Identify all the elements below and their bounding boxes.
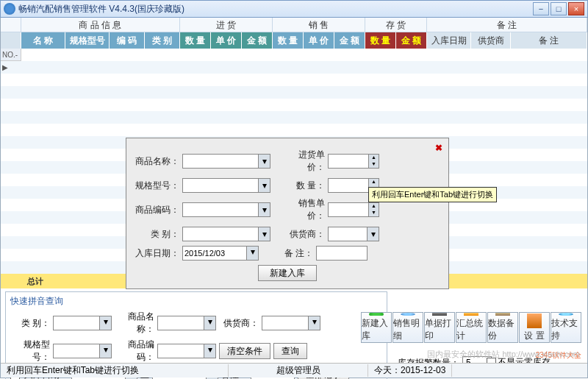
chevron-down-icon[interactable]: ▾ bbox=[258, 203, 270, 216]
group-product: 商 品 信 息 bbox=[21, 18, 180, 32]
spinner-up-icon[interactable]: ▲ bbox=[369, 179, 379, 185]
toolbar-stat-button[interactable]: 汇总统计 bbox=[456, 312, 487, 343]
tooltip: 利用回车Enter键和Tab键进行切换 bbox=[368, 187, 497, 202]
close-button[interactable]: × bbox=[568, 2, 584, 15]
lbl-category: 类 别： bbox=[132, 228, 179, 241]
toolbar-support-button[interactable]: 技术支持 bbox=[551, 312, 581, 343]
col-code[interactable]: 编 码 bbox=[110, 32, 145, 49]
maximize-button[interactable]: □ bbox=[551, 2, 567, 15]
folder-icon bbox=[495, 313, 510, 316]
chevron-down-icon[interactable]: ▾ bbox=[204, 316, 215, 330]
slbl-code: 商品编码： bbox=[115, 339, 154, 364]
search-code[interactable]: ▾ bbox=[157, 344, 216, 358]
input-name[interactable]: ▾ bbox=[182, 154, 270, 169]
input-supplier[interactable]: ▾ bbox=[328, 227, 379, 241]
col-stqty[interactable]: 数 量 bbox=[365, 32, 396, 49]
input-indate[interactable]: 2015/12/03▾ bbox=[182, 246, 259, 261]
lbl-indate: 入库日期： bbox=[132, 247, 179, 260]
col-stamount[interactable]: 金 额 bbox=[396, 32, 427, 49]
group-stock: 存 货 bbox=[365, 18, 427, 32]
chevron-down-icon[interactable]: ▾ bbox=[308, 316, 320, 330]
titlebar: 畅销汽配销售管理软件 V4.4.3(国庆珍藏版) − □ × bbox=[0, 0, 588, 18]
search-name[interactable]: ▾ bbox=[157, 316, 216, 330]
toolbar-new-button[interactable]: 新建入库 bbox=[361, 312, 392, 343]
col-sqty[interactable]: 数 量 bbox=[273, 32, 304, 49]
group-blank bbox=[1, 18, 21, 32]
col-indate[interactable]: 入库日期 bbox=[427, 32, 471, 49]
col-category[interactable]: 类 别 bbox=[145, 32, 180, 49]
dialog-close-icon[interactable]: ✖ bbox=[435, 143, 442, 153]
lbl-sprice: 销售单价： bbox=[282, 197, 325, 222]
lbl-code: 商品编码： bbox=[132, 204, 179, 216]
app-icon bbox=[4, 3, 15, 15]
status-today: 今天：2015-12-03 bbox=[368, 364, 452, 377]
spinner-up-icon[interactable]: ▲ bbox=[369, 203, 379, 210]
content-area: 商 品 信 息 进 货 销 售 存 货 备 注 名 称 规格型号 编 码 类 别… bbox=[0, 18, 588, 378]
printer-icon bbox=[432, 313, 447, 316]
search-category[interactable]: ▾ bbox=[53, 316, 112, 330]
toolbar: 新建入库 销售明细 单据打印 汇总统计 数据备份 设 置 技术支持 bbox=[361, 312, 581, 343]
chevron-down-icon[interactable]: ▾ bbox=[258, 179, 270, 192]
col-remark[interactable]: 备 注 bbox=[511, 32, 587, 49]
slbl-supplier: 供货商： bbox=[219, 317, 259, 330]
col-pprice[interactable]: 单 价 bbox=[211, 32, 242, 49]
spinner-down-icon[interactable]: ▼ bbox=[369, 210, 379, 216]
lbl-remark: 备 注： bbox=[270, 247, 313, 260]
slbl-name: 商品名称： bbox=[115, 311, 154, 336]
clear-button[interactable]: 清空条件 bbox=[219, 343, 270, 359]
window-title: 畅销汽配销售管理软件 V4.4.3(国庆珍藏版) bbox=[18, 3, 533, 15]
input-category[interactable]: ▾ bbox=[182, 227, 270, 241]
lbl-pprice: 进货单价： bbox=[282, 149, 325, 174]
group-purchase: 进 货 bbox=[180, 18, 273, 32]
search-icon bbox=[401, 313, 415, 316]
toolbar-print-button[interactable]: 单据打印 bbox=[424, 312, 455, 343]
col-name[interactable]: 名 称 bbox=[21, 32, 65, 49]
slbl-spec: 规格型号： bbox=[10, 339, 50, 364]
col-supplier[interactable]: 供货商 bbox=[471, 32, 511, 49]
col-sprice[interactable]: 单 价 bbox=[304, 32, 334, 49]
header-groups: 商 品 信 息 进 货 销 售 存 货 备 注 bbox=[1, 18, 587, 32]
search-title: 快速拼音查询 bbox=[10, 295, 382, 308]
col-pqty[interactable]: 数 量 bbox=[180, 32, 211, 49]
chevron-down-icon[interactable]: ▾ bbox=[204, 344, 215, 358]
header-columns: 名 称 规格型号 编 码 类 别 数 量 单 价 金 额 数 量 单 价 金 额… bbox=[1, 32, 587, 49]
lbl-name: 商品名称： bbox=[132, 155, 179, 168]
chevron-down-icon[interactable]: ▾ bbox=[99, 344, 111, 358]
minimize-button[interactable]: − bbox=[533, 2, 549, 15]
row-marker: NO.-▶ bbox=[1, 49, 21, 61]
new-entry-dialog: ✖ 商品名称： ▾ 进货单价： ▲▼ 规格型号： ▾ 数 量： ▲▼ 商品编码：… bbox=[126, 138, 449, 289]
spinner-up-icon[interactable]: ▲ bbox=[369, 155, 379, 161]
slbl-category: 类 别： bbox=[10, 317, 50, 330]
col-spec[interactable]: 规格型号 bbox=[65, 32, 110, 49]
group-sales: 销 售 bbox=[273, 18, 365, 32]
input-code[interactable]: ▾ bbox=[182, 202, 270, 217]
chevron-down-icon[interactable]: ▾ bbox=[246, 247, 258, 260]
input-spec[interactable]: ▾ bbox=[182, 178, 270, 193]
plus-icon bbox=[369, 313, 384, 316]
toolbar-settings-button[interactable]: 设 置 bbox=[519, 312, 550, 343]
chevron-down-icon[interactable]: ▾ bbox=[99, 316, 111, 330]
lbl-qty: 数 量： bbox=[282, 180, 325, 192]
chevron-down-icon[interactable]: ▾ bbox=[258, 227, 270, 241]
query-button[interactable]: 查询 bbox=[273, 343, 307, 359]
lbl-spec: 规格型号： bbox=[132, 180, 179, 192]
col-no bbox=[1, 32, 21, 49]
input-pprice[interactable]: ▲▼ bbox=[328, 154, 379, 169]
chevron-down-icon[interactable]: ▾ bbox=[258, 155, 270, 168]
search-spec[interactable]: ▾ bbox=[53, 344, 112, 358]
input-remark[interactable] bbox=[316, 246, 368, 261]
spinner-down-icon[interactable]: ▼ bbox=[369, 161, 379, 168]
col-pamount[interactable]: 金 额 bbox=[242, 32, 273, 49]
statusbar: 利用回车Enter键和Tab键进行切换 超级管理员 今天：2015-12-03 bbox=[1, 363, 587, 378]
help-icon bbox=[559, 313, 573, 316]
chevron-down-icon[interactable]: ▾ bbox=[367, 227, 379, 241]
group-remark: 备 注 bbox=[427, 18, 587, 32]
toolbar-detail-button[interactable]: 销售明细 bbox=[392, 312, 423, 343]
dialog-submit-button[interactable]: 新建入库 bbox=[258, 265, 317, 281]
col-samount[interactable]: 金 额 bbox=[334, 32, 365, 49]
search-supplier[interactable]: ▾ bbox=[262, 316, 320, 330]
input-sprice[interactable]: ▲▼ bbox=[328, 202, 379, 217]
calendar-icon bbox=[464, 313, 478, 316]
toolbar-backup-button[interactable]: 数据备份 bbox=[487, 312, 518, 343]
lbl-supplier: 供货商： bbox=[282, 228, 325, 241]
